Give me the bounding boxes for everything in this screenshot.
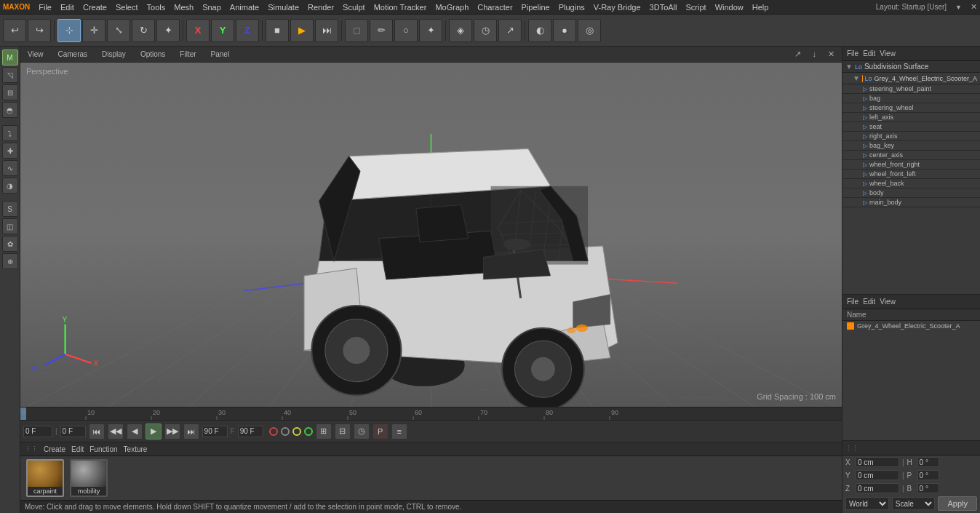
fps-input[interactable] xyxy=(238,426,263,437)
menu-item-mesh[interactable]: Mesh xyxy=(174,3,194,12)
add-keyframe-button[interactable]: ⊞ xyxy=(316,423,332,440)
left-tool-motion[interactable]: ⤵ xyxy=(2,125,18,141)
undo-button[interactable]: ↩ xyxy=(3,19,26,42)
scene-child-item[interactable]: ▷ steering_wheel xyxy=(842,103,980,113)
render-to-picture-button[interactable]: ▶ xyxy=(290,19,314,42)
scene-child-item[interactable]: ▷ bag_key xyxy=(842,141,980,151)
snap-button[interactable]: ◈ xyxy=(449,19,472,42)
coord-y-input[interactable] xyxy=(856,470,899,480)
scene-child-item[interactable]: ▷ wheel_front_right xyxy=(842,160,980,170)
attr-view-menu[interactable]: View xyxy=(880,298,896,306)
coord-space-select[interactable]: World Object Camera xyxy=(845,497,889,510)
scale-tool-button[interactable]: ⤡ xyxy=(107,19,130,42)
viewport-tab-options[interactable]: Options xyxy=(136,49,170,60)
auto-dot[interactable] xyxy=(304,427,313,436)
move-tool-button[interactable]: ✛ xyxy=(82,19,105,42)
scene-child-item[interactable]: ▷ body xyxy=(842,188,980,198)
end-frame-input[interactable] xyxy=(202,426,228,437)
menu-item-help[interactable]: Help xyxy=(752,3,769,12)
grid-button[interactable]: ◷ xyxy=(474,19,497,42)
z-axis-button[interactable]: Z xyxy=(236,19,259,42)
render-settings-button[interactable]: ⏭ xyxy=(315,19,338,42)
coord-h-input[interactable] xyxy=(917,457,939,467)
layout-dropdown-icon[interactable]: ▼ xyxy=(955,4,962,11)
play-end-button[interactable]: ⏭ xyxy=(183,423,199,440)
prev-keyframe-button[interactable]: ◀ xyxy=(127,423,143,440)
menu-item-create[interactable]: Create xyxy=(83,3,107,12)
scene-child-item[interactable]: ▷ right_axis xyxy=(842,132,980,141)
x-axis-button[interactable]: X xyxy=(186,19,210,42)
attr-edit-menu[interactable]: Edit xyxy=(863,298,875,306)
scene-child-item[interactable]: ▷ main_body xyxy=(842,198,980,207)
timeline-list-button[interactable]: ≡ xyxy=(391,423,407,440)
scale-space-select[interactable]: Scale Size xyxy=(892,497,936,510)
coord-x-input[interactable] xyxy=(856,457,899,467)
menu-item-select[interactable]: Select xyxy=(116,3,138,12)
record-dot[interactable] xyxy=(269,427,278,436)
scene-child-item[interactable]: ▷ wheel_back xyxy=(842,179,980,188)
coord-p-input[interactable] xyxy=(917,470,939,480)
polygon-button[interactable]: ✏ xyxy=(370,19,393,42)
display-mode-button[interactable]: ◐ xyxy=(528,19,551,42)
render-preview-button[interactable]: ■ xyxy=(266,19,289,42)
scene-child-item[interactable]: ▷ left_axis xyxy=(842,113,980,122)
light-button[interactable]: ◎ xyxy=(578,19,601,42)
menu-item-edit[interactable]: Edit xyxy=(60,3,74,12)
current-frame-input[interactable] xyxy=(23,426,52,437)
material-menu-texture[interactable]: Texture xyxy=(124,445,148,453)
left-tool-joint[interactable]: ✚ xyxy=(2,143,18,159)
subdiv-expand-icon[interactable]: ▼ xyxy=(845,63,853,71)
record-button[interactable]: P xyxy=(373,423,389,440)
start-frame-input[interactable] xyxy=(60,426,86,437)
viewport-tab-view[interactable]: View xyxy=(23,49,48,60)
left-tool-unknown2[interactable]: ✿ xyxy=(2,236,18,252)
menu-item-plugins[interactable]: Plugins xyxy=(559,3,585,12)
geometry-button[interactable]: ◻ xyxy=(345,19,368,42)
camera-button[interactable]: ● xyxy=(553,19,576,42)
left-tool-weight[interactable]: ◑ xyxy=(2,178,18,194)
select-tool-button[interactable]: ⊹ xyxy=(57,19,81,42)
rotate-tool-button[interactable]: ↻ xyxy=(132,19,155,42)
menu-item-script[interactable]: Script xyxy=(686,3,706,12)
left-tool-polygon[interactable]: ◹ xyxy=(2,67,18,83)
viewport-tab-cameras[interactable]: Cameras xyxy=(54,49,92,60)
play-start-button[interactable]: ⏮ xyxy=(89,423,105,440)
menu-item-3dtall[interactable]: 3DToAll xyxy=(650,3,677,12)
left-tool-spline[interactable]: S xyxy=(2,201,18,217)
left-tool-unknown3[interactable]: ⊕ xyxy=(2,253,18,269)
viewport-tab-display[interactable]: Display xyxy=(97,49,130,60)
viewport-icon-close[interactable]: ✕ xyxy=(824,48,839,60)
menu-item-vray[interactable]: V-Ray Bridge xyxy=(594,3,641,12)
menu-item-motion-tracker[interactable]: Motion Tracker xyxy=(374,3,427,12)
attr-file-menu[interactable]: File xyxy=(847,298,859,306)
material-menu-function[interactable]: Function xyxy=(89,445,117,453)
motion-dot[interactable] xyxy=(292,427,301,436)
viewport[interactable]: X Y Z Perspective Grid Spacing : 100 cm xyxy=(20,63,842,407)
left-tool-sculpt[interactable]: ◓ xyxy=(2,102,18,118)
menu-item-render[interactable]: Render xyxy=(308,3,334,12)
scene-file-menu[interactable]: File xyxy=(847,49,859,57)
menu-item-snap[interactable]: Snap xyxy=(202,3,221,12)
mirror-button[interactable]: ↗ xyxy=(498,19,522,42)
menu-item-animate[interactable]: Animate xyxy=(230,3,259,12)
vertex-button[interactable]: ○ xyxy=(394,19,418,42)
scene-view-menu[interactable]: View xyxy=(880,49,896,57)
viewport-tab-filter[interactable]: Filter xyxy=(175,49,200,60)
play-button[interactable]: ▶ xyxy=(146,423,162,440)
left-tool-unknown1[interactable]: ◫ xyxy=(2,218,18,234)
menu-item-pipeline[interactable]: Pipeline xyxy=(522,3,550,12)
material-swatch-carpaint[interactable]: carpaint xyxy=(26,459,64,497)
apply-button[interactable]: Apply xyxy=(938,496,977,511)
menu-item-file[interactable]: File xyxy=(39,3,52,12)
transform-tool-button[interactable]: ✦ xyxy=(156,19,180,42)
attr-item[interactable]: Grey_4_Wheel_Electric_Scooter_A xyxy=(842,321,980,331)
menu-item-character[interactable]: Character xyxy=(477,3,512,12)
prev-frame-button[interactable]: ◀◀ xyxy=(108,423,124,440)
material-menu-create[interactable]: Create xyxy=(44,445,65,453)
scene-child-item[interactable]: ▷ steering_wheel_paint xyxy=(842,84,980,94)
viewport-tab-panel[interactable]: Panel xyxy=(207,49,234,60)
root-object-item[interactable]: ▼ Lo Grey_4_Wheel_Electric_Scooter_A xyxy=(842,73,980,84)
viewport-icon-expand[interactable]: ↗ xyxy=(790,48,805,60)
left-tool-texture[interactable]: ⊟ xyxy=(2,84,18,100)
left-tool-bone[interactable]: ∿ xyxy=(2,160,18,176)
